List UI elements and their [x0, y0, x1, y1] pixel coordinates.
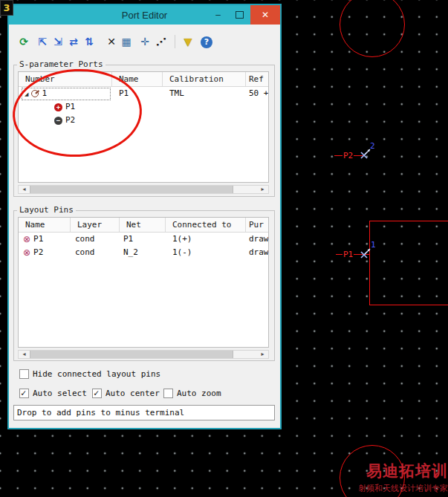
toolbar: ⟳ ⇱ ⇲ ⇄ ⇅ ✕ ▦ ✛ ⋰ ▼ ?	[9, 25, 280, 51]
properties-icon[interactable]: ▦	[119, 34, 134, 49]
scroll-thumb[interactable]	[30, 351, 233, 358]
terminal-row-plus[interactable]: P1	[19, 100, 268, 114]
maximize-icon	[236, 11, 244, 19]
pins-horizontal-scrollbar[interactable]	[18, 350, 269, 359]
toolbar-separator	[175, 35, 175, 48]
column-header-layer[interactable]: Layer	[71, 218, 120, 232]
drop-hint-text: Drop to add pins to minus terminal	[13, 405, 275, 420]
scroll-track[interactable]	[233, 351, 257, 358]
auto-zoom-label: Auto zoom	[177, 389, 221, 398]
pin-net: P1	[120, 233, 166, 246]
watermark-line2: 射频和天线设计培训专家	[320, 483, 448, 494]
connect-icon[interactable]: ⋰	[154, 34, 169, 49]
minus-terminal-icon	[54, 117, 62, 125]
hide-connected-checkbox[interactable]	[19, 369, 29, 379]
column-header-number[interactable]: Number	[19, 72, 112, 86]
pin-icon	[23, 246, 30, 259]
titlebar[interactable]: Port Editor – ✕	[9, 5, 280, 25]
sparam-ports-group-label: S-parameter Ports	[17, 59, 105, 69]
layout-pins-group-label: Layout Pins	[17, 205, 76, 215]
pin-layer: cond	[71, 246, 120, 259]
auto-select-label: Auto select	[33, 389, 87, 398]
pin-net: N_2	[120, 246, 166, 259]
window-title: Port Editor	[122, 10, 167, 21]
pin-purpose: draw	[246, 246, 269, 259]
port-calibration-cell: TML	[163, 87, 246, 100]
column-header-connected-to[interactable]: Connected to	[166, 218, 246, 232]
column-header-net[interactable]: Net	[120, 218, 166, 232]
pin-to-plus-icon[interactable]: ⇱	[35, 34, 50, 49]
port-number-cell: 1	[42, 87, 47, 100]
port-number-p2: 2	[370, 142, 375, 151]
scroll-right-arrow[interactable]	[257, 186, 268, 193]
auto-zoom-option: Auto zoom	[163, 389, 221, 398]
port-gauge-icon	[31, 90, 39, 97]
pin-purpose: draw	[246, 233, 269, 246]
pins-table-header: Name Layer Net Connected to Pur	[19, 218, 268, 233]
scroll-right-arrow[interactable]	[257, 351, 268, 358]
hide-connected-label: Hide connected layout pins	[33, 369, 160, 379]
pin-name: P2	[33, 246, 43, 259]
auto-center-option: Auto center	[92, 389, 160, 398]
plus-terminal-name: P1	[65, 100, 75, 114]
pin-name: P1	[33, 233, 43, 246]
plus-terminal-icon	[54, 103, 62, 111]
auto-zoom-checkbox[interactable]	[163, 389, 173, 398]
help-glyph: ?	[201, 36, 212, 48]
pin-row-p1[interactable]: P1 cond P1 1(+) draw	[19, 233, 268, 246]
swap-terminals-icon[interactable]: ⇄	[66, 34, 81, 49]
layout-circle-top	[340, 0, 405, 57]
pin-layer: cond	[71, 233, 120, 246]
column-header-calibration[interactable]: Calibration	[163, 72, 246, 86]
auto-select-checkbox[interactable]	[19, 389, 29, 398]
sparam-ports-group: S-parameter Ports Number Name Calibratio…	[13, 65, 275, 197]
pin-connected-to: 1(-)	[166, 246, 246, 259]
layout-pins-group: Layout Pins Name Layer Net Connected to …	[13, 210, 275, 361]
port-ref-impedance-cell: 50 +	[246, 87, 269, 100]
close-button[interactable]: ✕	[250, 5, 280, 25]
pin-row-p2[interactable]: P2 cond N_2 1(-) draw	[19, 246, 268, 259]
pin-to-minus-icon[interactable]: ⇲	[51, 34, 65, 49]
window-controls: – ✕	[207, 5, 280, 25]
port-number-p1: 1	[371, 241, 376, 250]
auto-center-label: Auto center	[105, 389, 160, 398]
layout-rectangle	[369, 221, 448, 305]
help-icon[interactable]: ?	[199, 34, 214, 49]
delete-icon[interactable]: ✕	[104, 34, 119, 49]
column-header-name[interactable]: Name	[112, 72, 163, 86]
minimize-button[interactable]: –	[207, 5, 229, 25]
net-label-p2: P2	[343, 151, 354, 160]
sparam-table-header: Number Name Calibration Ref I	[19, 72, 268, 87]
pin-connected-to: 1(+)	[166, 233, 246, 246]
minus-terminal-name: P2	[65, 114, 75, 127]
scroll-track[interactable]	[233, 186, 257, 193]
layout-pins-table: Name Layer Net Connected to Pur P1 cond …	[18, 217, 269, 348]
port-marker-p1[interactable]	[360, 248, 371, 260]
scroll-left-arrow[interactable]	[19, 186, 30, 193]
watermark: 易迪拓培训 射频和天线设计培训专家	[320, 461, 448, 494]
maximize-button[interactable]	[229, 5, 250, 25]
auto-select-option: Auto select	[19, 389, 87, 398]
sparam-ports-table: Number Name Calibration Ref I 1 P1 TML 5…	[18, 71, 269, 183]
port-editor-window: Port Editor – ✕ ⟳ ⇱ ⇲ ⇄ ⇅ ✕ ▦ ✛ ⋰ ▼ ? S-…	[7, 4, 282, 429]
terminal-row-minus[interactable]: P2	[19, 114, 268, 127]
refresh-icon[interactable]: ⟳	[16, 34, 31, 49]
app-icon: 3	[0, 0, 13, 16]
tree-expander-icon[interactable]	[25, 87, 28, 100]
port-name-cell: P1	[112, 87, 163, 100]
hide-connected-option: Hide connected layout pins	[19, 369, 160, 379]
column-header-purpose[interactable]: Pur	[246, 218, 269, 232]
column-header-ref-impedance[interactable]: Ref I	[246, 72, 269, 86]
filter-icon[interactable]: ▼	[181, 34, 195, 49]
sparam-horizontal-scrollbar[interactable]	[18, 185, 269, 194]
column-header-pin-name[interactable]: Name	[19, 218, 71, 232]
port-row[interactable]: 1 P1 TML 50 +	[19, 87, 268, 100]
net-label-p1: P1	[343, 250, 354, 259]
auto-center-checkbox[interactable]	[92, 389, 102, 398]
pin-icon	[23, 233, 30, 246]
renumber-ports-icon[interactable]: ⇅	[82, 34, 97, 49]
watermark-line1: 易迪拓培训	[320, 461, 448, 481]
scroll-thumb[interactable]	[30, 186, 233, 193]
move-icon[interactable]: ✛	[137, 34, 152, 49]
scroll-left-arrow[interactable]	[19, 351, 30, 358]
